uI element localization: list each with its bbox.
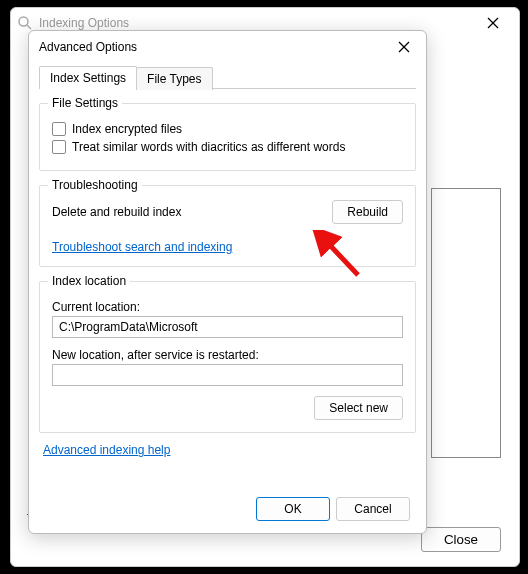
bg-close-btn[interactable]: Close: [421, 527, 501, 552]
svg-point-0: [19, 17, 28, 26]
label-diacritics: Treat similar words with diacritics as d…: [72, 140, 345, 154]
advanced-options-dialog: Advanced Options Index Settings File Typ…: [28, 30, 427, 534]
file-settings-group: File Settings Index encrypted files Trea…: [39, 103, 416, 171]
new-location-label: New location, after service is restarted…: [52, 348, 403, 362]
checkbox-index-encrypted[interactable]: [52, 122, 66, 136]
troubleshooting-group: Troubleshooting Delete and rebuild index…: [39, 185, 416, 267]
troubleshooting-legend: Troubleshooting: [48, 178, 142, 192]
adv-titlebar: Advanced Options: [29, 31, 426, 63]
new-location-field[interactable]: [52, 364, 403, 386]
current-location-label: Current location:: [52, 300, 403, 314]
label-delete-rebuild: Delete and rebuild index: [52, 205, 181, 219]
bg-title: Indexing Options: [39, 16, 129, 30]
rebuild-button[interactable]: Rebuild: [332, 200, 403, 224]
adv-close-button[interactable]: [392, 35, 416, 59]
index-location-legend: Index location: [48, 274, 130, 288]
file-settings-legend: File Settings: [48, 96, 122, 110]
cancel-button[interactable]: Cancel: [336, 497, 410, 521]
ok-button[interactable]: OK: [256, 497, 330, 521]
close-icon: [398, 41, 410, 53]
search-icon: [17, 15, 33, 31]
index-location-group: Index location Current location: New loc…: [39, 281, 416, 433]
checkbox-diacritics[interactable]: [52, 140, 66, 154]
bg-close-button[interactable]: [473, 9, 513, 37]
current-location-field[interactable]: [52, 316, 403, 338]
troubleshoot-link[interactable]: Troubleshoot search and indexing: [52, 240, 232, 254]
svg-line-1: [27, 25, 31, 29]
label-index-encrypted: Index encrypted files: [72, 122, 182, 136]
close-icon: [487, 17, 499, 29]
tab-file-types[interactable]: File Types: [136, 67, 212, 90]
select-new-button[interactable]: Select new: [314, 396, 403, 420]
tab-index-settings[interactable]: Index Settings: [39, 66, 137, 89]
advanced-indexing-help-link[interactable]: Advanced indexing help: [43, 443, 170, 457]
adv-title: Advanced Options: [39, 40, 137, 54]
bg-locations-list[interactable]: [431, 188, 501, 458]
tabstrip: Index Settings File Types: [39, 65, 416, 89]
